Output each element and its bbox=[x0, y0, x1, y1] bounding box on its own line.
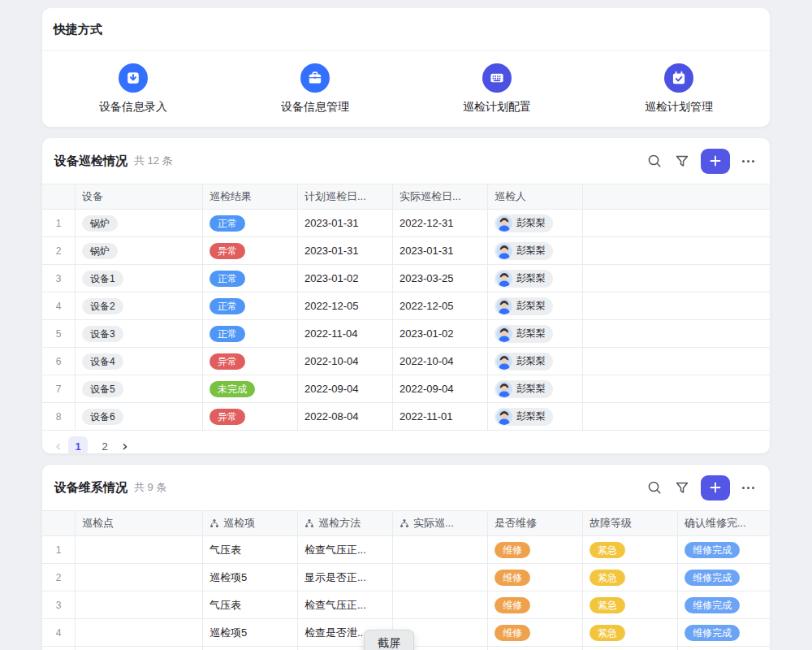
column-header[interactable]: 故障等级 bbox=[583, 511, 678, 535]
column-header[interactable]: 确认维修完... bbox=[678, 511, 770, 535]
cell-point[interactable] bbox=[76, 592, 203, 618]
cell-device[interactable]: 设备5 bbox=[76, 375, 203, 402]
cell-actual-date[interactable]: 2023-01-02 bbox=[393, 320, 488, 347]
shortcut-item-2[interactable]: 设备信息管理 bbox=[224, 51, 406, 127]
cell-item[interactable]: 巡检项5 bbox=[203, 564, 298, 591]
cell-device[interactable]: 设备2 bbox=[76, 292, 203, 319]
cell-inspector[interactable]: 彭梨梨 bbox=[488, 210, 583, 236]
cell-point[interactable] bbox=[76, 564, 203, 591]
shortcut-item-4[interactable]: 巡检计划管理 bbox=[588, 51, 770, 127]
add-record-button[interactable] bbox=[701, 475, 730, 500]
cell-plan-date[interactable]: 2022-12-05 bbox=[298, 292, 393, 319]
search-icon[interactable] bbox=[644, 150, 665, 171]
cell-item[interactable]: 气压表 bbox=[203, 536, 298, 563]
cell-inspector[interactable]: 彭梨梨 bbox=[488, 375, 583, 402]
maintenance-row[interactable]: 2巡检项5显示是否正...维修紧急维修完成 bbox=[42, 564, 770, 592]
column-header[interactable]: 是否维修 bbox=[488, 511, 583, 535]
column-header[interactable]: 巡检项 bbox=[203, 511, 298, 535]
inspection-row[interactable]: 3设备1正常2023-01-022023-03-25彭梨梨 bbox=[42, 265, 770, 292]
cell-inspector[interactable]: 彭梨梨 bbox=[488, 292, 583, 319]
cell-plan-date[interactable]: 2022-11-04 bbox=[298, 320, 393, 347]
cell-fault-level[interactable]: 重要 bbox=[583, 647, 678, 650]
cell-result[interactable]: 正常 bbox=[203, 265, 298, 292]
cell-point[interactable] bbox=[76, 647, 203, 650]
cell-fault-level[interactable]: 紧急 bbox=[583, 592, 678, 618]
cell-plan-date[interactable]: 2022-08-04 bbox=[298, 403, 393, 430]
cell-confirm[interactable]: 维修完成 bbox=[678, 619, 770, 646]
cell-plan-date[interactable]: 2023-01-31 bbox=[298, 237, 393, 264]
inspection-row[interactable]: 5设备3正常2022-11-042023-01-02彭梨梨 bbox=[42, 320, 770, 348]
cell-item[interactable]: 巡检项5 bbox=[203, 619, 298, 646]
cell-point[interactable] bbox=[76, 619, 203, 646]
cell-repair[interactable]: 维修 bbox=[488, 536, 583, 563]
cell-result[interactable]: 正常 bbox=[203, 292, 298, 319]
column-header[interactable]: 巡检方法 bbox=[298, 511, 393, 535]
column-header[interactable] bbox=[42, 511, 76, 535]
maintenance-row[interactable]: 3气压表检查气压正...维修紧急维修完成 bbox=[42, 592, 770, 619]
cell-fault-level[interactable]: 紧急 bbox=[583, 564, 678, 591]
cell-inspector[interactable]: 彭梨梨 bbox=[488, 403, 583, 430]
column-header[interactable]: 设备 bbox=[76, 184, 203, 209]
cell-repair[interactable]: 维修 bbox=[488, 564, 583, 591]
pagination-next[interactable]: › bbox=[122, 439, 127, 453]
cell-result[interactable]: 正常 bbox=[203, 210, 298, 236]
more-options-icon[interactable] bbox=[738, 478, 758, 497]
cell-repair[interactable]: 维修 bbox=[488, 647, 583, 650]
cell-confirm[interactable]: 维修完成 bbox=[678, 592, 770, 618]
inspection-row[interactable]: 1锅炉正常2023-01-312022-12-31彭梨梨 bbox=[42, 210, 770, 237]
cell-actual[interactable] bbox=[393, 536, 488, 563]
cell-device[interactable]: 设备1 bbox=[76, 265, 203, 292]
cell-plan-date[interactable]: 2022-10-04 bbox=[298, 348, 393, 375]
cell-plan-date[interactable]: 2022-09-04 bbox=[298, 375, 393, 402]
cell-confirm[interactable]: 维修中 bbox=[678, 647, 770, 650]
inspection-row[interactable]: 4设备2正常2022-12-052022-12-05彭梨梨 bbox=[42, 292, 770, 320]
column-header[interactable] bbox=[42, 184, 76, 209]
cell-confirm[interactable]: 维修完成 bbox=[678, 564, 770, 591]
cell-actual-date[interactable]: 2022-10-04 bbox=[393, 348, 488, 375]
cell-actual-date[interactable]: 2022-12-05 bbox=[393, 292, 488, 319]
cell-result[interactable]: 异常 bbox=[203, 237, 298, 264]
cell-actual[interactable] bbox=[393, 564, 488, 591]
cell-inspector[interactable]: 彭梨梨 bbox=[488, 348, 583, 375]
cell-point[interactable] bbox=[76, 536, 203, 563]
column-header[interactable]: 实际巡检日... bbox=[393, 184, 488, 209]
cell-confirm[interactable]: 维修完成 bbox=[678, 536, 770, 563]
cell-result[interactable]: 异常 bbox=[203, 348, 298, 375]
cell-actual-date[interactable]: 2022-09-04 bbox=[393, 375, 488, 402]
cell-device[interactable]: 设备3 bbox=[76, 320, 203, 347]
pagination-prev[interactable]: ‹ bbox=[55, 439, 61, 453]
cell-item[interactable]: 气压表 bbox=[203, 592, 298, 618]
shortcut-item-3[interactable]: 巡检计划配置 bbox=[406, 51, 588, 127]
cell-device[interactable]: 锅炉 bbox=[76, 237, 203, 264]
cell-actual-date[interactable]: 2022-11-01 bbox=[393, 403, 488, 430]
inspection-row[interactable]: 2锅炉异常2023-01-312023-01-31彭梨梨 bbox=[42, 237, 770, 265]
cell-plan-date[interactable]: 2023-01-02 bbox=[298, 265, 393, 292]
cell-method[interactable]: 显示是否正... bbox=[298, 564, 393, 591]
column-header[interactable]: 实际巡... bbox=[393, 511, 488, 535]
cell-actual[interactable] bbox=[393, 592, 488, 618]
shortcut-item-1[interactable]: 设备信息录入 bbox=[42, 51, 224, 127]
cell-actual-date[interactable]: 2023-03-25 bbox=[393, 265, 488, 292]
cell-fault-level[interactable]: 紧急 bbox=[583, 619, 678, 646]
cell-actual-date[interactable]: 2023-01-31 bbox=[393, 237, 488, 264]
cell-result[interactable]: 正常 bbox=[203, 320, 298, 347]
pagination-page-1[interactable]: 1 bbox=[68, 436, 88, 453]
filter-icon[interactable] bbox=[672, 477, 693, 498]
column-header[interactable]: 计划巡检日... bbox=[298, 184, 393, 209]
maintenance-row[interactable]: 1气压表检查气压正...维修紧急维修完成 bbox=[42, 536, 770, 564]
cell-plan-date[interactable]: 2023-01-31 bbox=[298, 210, 393, 236]
cell-actual-date[interactable]: 2022-12-31 bbox=[393, 210, 488, 236]
cell-repair[interactable]: 维修 bbox=[488, 619, 583, 646]
cell-result[interactable]: 未完成 bbox=[203, 375, 298, 402]
cell-device[interactable]: 锅炉 bbox=[76, 210, 203, 236]
cell-device[interactable]: 设备6 bbox=[76, 403, 203, 430]
cell-device[interactable]: 设备4 bbox=[76, 348, 203, 375]
cell-item[interactable]: 巡检项5 bbox=[203, 647, 298, 650]
cell-result[interactable]: 异常 bbox=[203, 403, 298, 430]
cell-inspector[interactable]: 彭梨梨 bbox=[488, 237, 583, 264]
cell-inspector[interactable]: 彭梨梨 bbox=[488, 320, 583, 347]
cell-repair[interactable]: 维修 bbox=[488, 592, 583, 618]
add-record-button[interactable] bbox=[701, 149, 730, 174]
cell-inspector[interactable]: 彭梨梨 bbox=[488, 265, 583, 292]
inspection-row[interactable]: 7设备5未完成2022-09-042022-09-04彭梨梨 bbox=[42, 375, 770, 403]
